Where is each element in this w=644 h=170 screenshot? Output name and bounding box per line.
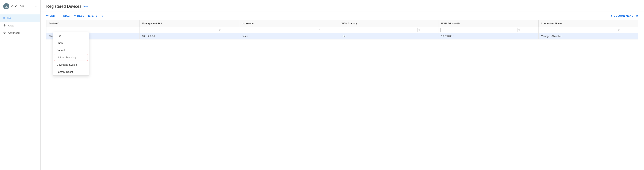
toolbar-right: ▼ COLUMN MENU ⇄ bbox=[610, 15, 638, 17]
chevron-up-icon: ▲ bbox=[35, 5, 37, 8]
filter-wan-primary-icon[interactable]: ▽ bbox=[418, 29, 420, 31]
diag-icon: ⋮ bbox=[60, 14, 62, 17]
cell-connection-name: Managed-CloudN-t... bbox=[538, 33, 638, 39]
refresh-button[interactable]: ↻ bbox=[102, 15, 104, 17]
advanced-icon: ⚙ bbox=[3, 31, 6, 34]
filter-mgmt-ip-input[interactable] bbox=[141, 28, 218, 32]
col-wan-primary: WAN Primary bbox=[339, 20, 439, 27]
sidebar-logo: ☁ CLOUDN ▲ bbox=[0, 0, 40, 13]
table-header-row: Device D... Management IP A... Username … bbox=[46, 20, 638, 27]
dropdown-item-factory-reset[interactable]: Factory Reset bbox=[53, 68, 89, 75]
filter-wan-primary-ip: ▽ bbox=[439, 27, 538, 33]
dropdown-item-upload-tracelog[interactable]: Upload Tracelog bbox=[54, 54, 88, 61]
filter-wan-primary-ip-input[interactable] bbox=[440, 28, 518, 32]
list-icon: ≡ bbox=[3, 17, 5, 20]
filter-wan-primary-input[interactable] bbox=[341, 28, 418, 32]
data-table: Device D... Management IP A... Username … bbox=[46, 20, 638, 39]
dropdown-item-run[interactable]: Run bbox=[53, 32, 89, 39]
dropdown-item-download-syslog[interactable]: Download Syslog bbox=[53, 61, 89, 68]
filter-connection-name-input[interactable] bbox=[540, 28, 617, 32]
sidebar-item-advanced-label: Advanced bbox=[8, 31, 20, 34]
table-row[interactable]: CloudN... 10.152.0.56 admin eth0 10.250.… bbox=[46, 33, 638, 39]
dropdown-item-submit[interactable]: Submit bbox=[53, 47, 89, 54]
table-area: Device D... Management IP A... Username … bbox=[40, 20, 644, 170]
filter-mgmt-ip: ▽ bbox=[140, 27, 239, 33]
col-wan-primary-ip: WAN Primary IP bbox=[439, 20, 538, 27]
logo-text: CLOUDN bbox=[11, 5, 24, 8]
filter-connection-name-icon[interactable]: ▽ bbox=[618, 29, 620, 31]
filter-row: ▽ ▽ ▽ bbox=[46, 27, 638, 33]
sidebar-item-list-label: List bbox=[7, 17, 11, 20]
reset-filters-button[interactable]: ✏ RESET FILTERS bbox=[74, 14, 97, 17]
column-menu-button[interactable]: ▼ COLUMN MENU bbox=[610, 15, 633, 17]
filter-username-icon[interactable]: ▽ bbox=[319, 29, 320, 31]
transfer-icon: ⇄ bbox=[636, 15, 638, 17]
edit-button[interactable]: ✏ EDIT bbox=[46, 14, 56, 17]
sidebar-item-attach-label: Attach bbox=[8, 24, 16, 27]
sidebar: ☁ CLOUDN ▲ ≡ List ⚙ Attach ⚙ Advanced bbox=[0, 0, 40, 170]
attach-icon: ⚙ bbox=[3, 24, 6, 27]
cell-mgmt-ip: 10.152.0.56 bbox=[140, 33, 239, 39]
main-content: Registered Devices Info ✏ EDIT ⋮ DIAG ✏ … bbox=[40, 0, 644, 170]
diag-button[interactable]: ⋮ DIAG bbox=[60, 14, 70, 17]
cloud-icon: ☁ bbox=[3, 3, 9, 9]
sidebar-item-list[interactable]: ≡ List bbox=[0, 15, 40, 22]
toolbar: ✏ EDIT ⋮ DIAG ✏ RESET FILTERS ↻ ▼ COLUMN… bbox=[40, 12, 644, 20]
filter-username: ▽ bbox=[239, 27, 339, 33]
reset-icon: ✏ bbox=[74, 14, 76, 17]
page-title: Registered Devices bbox=[46, 4, 81, 9]
dropdown-item-show[interactable]: Show bbox=[53, 39, 89, 47]
dropdown-menu: Run Show Submit Upload Tracelog Download… bbox=[53, 32, 89, 76]
info-link[interactable]: Info bbox=[83, 5, 88, 8]
col-device: Device D... bbox=[46, 20, 140, 27]
sidebar-item-attach[interactable]: ⚙ Attach bbox=[0, 22, 40, 29]
filter-wan-primary-ip-icon[interactable]: ▽ bbox=[518, 29, 520, 31]
transfer-button[interactable]: ⇄ bbox=[636, 15, 638, 17]
sidebar-item-advanced[interactable]: ⚙ Advanced bbox=[0, 29, 40, 36]
cell-wan-primary-ip: 10.250.8.10 bbox=[439, 33, 538, 39]
col-username: Username bbox=[239, 20, 339, 27]
filter-connection-name: ▽ bbox=[538, 27, 638, 33]
filter-wan-primary: ▽ bbox=[339, 27, 439, 33]
filter-mgmt-ip-icon[interactable]: ▽ bbox=[219, 29, 220, 31]
filter-icon: ▼ bbox=[610, 15, 612, 17]
cell-wan-primary: eth0 bbox=[339, 33, 439, 39]
refresh-icon: ↻ bbox=[102, 15, 104, 17]
col-mgmt-ip: Management IP A... bbox=[140, 20, 239, 27]
cell-username: admin bbox=[239, 33, 339, 39]
edit-icon: ✏ bbox=[46, 14, 49, 17]
page-header: Registered Devices Info bbox=[40, 0, 644, 12]
filter-username-input[interactable] bbox=[241, 28, 318, 32]
filter-device-input[interactable] bbox=[48, 28, 120, 32]
sidebar-nav: ≡ List ⚙ Attach ⚙ Advanced bbox=[0, 13, 40, 170]
col-connection-name: Connection Name bbox=[538, 20, 638, 27]
